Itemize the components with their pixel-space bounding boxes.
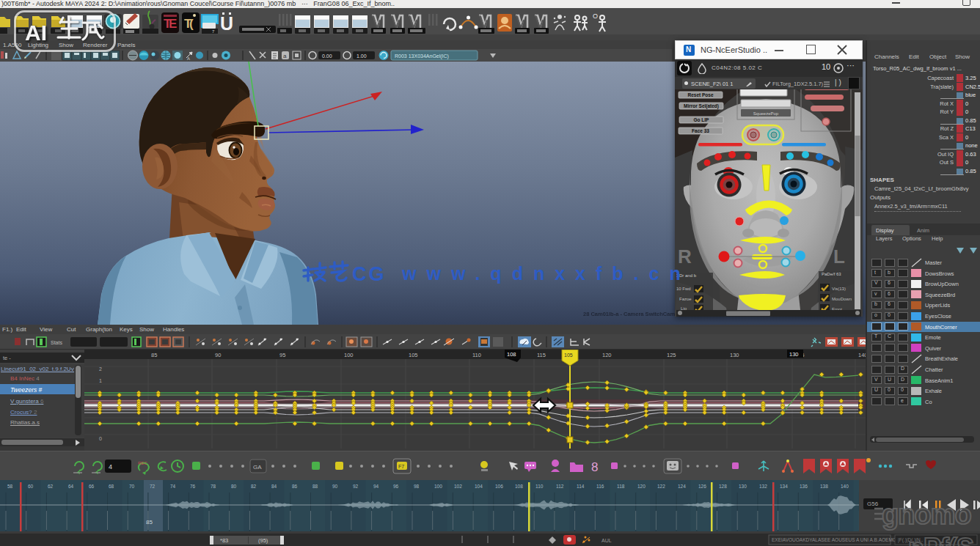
svg-text:140: 140 [858, 352, 866, 358]
svg-text:www.qdnxxfb.cn: www.qdnxxfb.cn [401, 263, 691, 284]
svg-text:100: 100 [434, 484, 442, 489]
svg-text:60: 60 [28, 484, 34, 489]
svg-text:78: 78 [211, 484, 216, 489]
svg-text:28 Cam01lb-a - Camera SwitchCa: 28 Cam01lb-a - Camera SwitchCam [583, 311, 675, 317]
svg-text:1: 1 [99, 378, 102, 383]
svg-text:86: 86 [292, 484, 298, 489]
svg-text:AI: AI [25, 21, 47, 45]
svg-text:Fazoe: Fazoe [679, 297, 692, 301]
svg-text:1.00: 1.00 [356, 54, 367, 59]
svg-text:85: 85 [146, 519, 153, 525]
svg-text:105: 105 [409, 352, 418, 358]
svg-text:116: 116 [596, 484, 604, 489]
svg-text:F7: F7 [398, 464, 404, 469]
svg-text:85: 85 [151, 352, 157, 358]
svg-text:80: 80 [231, 484, 237, 489]
svg-text:90: 90 [332, 484, 338, 489]
svg-text:Stats: Stats [51, 340, 62, 345]
svg-text:134: 134 [780, 484, 788, 489]
svg-text:2: 2 [99, 366, 102, 372]
svg-text:92: 92 [353, 484, 359, 489]
svg-text:90: 90 [215, 352, 221, 358]
svg-text:108: 108 [507, 351, 516, 358]
svg-text:GA: GA [253, 464, 262, 471]
svg-text:104: 104 [475, 484, 483, 489]
svg-text:110: 110 [535, 484, 544, 489]
svg-text:MouDown: MouDown [832, 297, 852, 301]
svg-text:76: 76 [190, 484, 196, 489]
svg-text:122: 122 [657, 484, 665, 489]
svg-text:0.00: 0.00 [322, 54, 332, 59]
svg-text:a: a [283, 53, 287, 59]
svg-text:100: 100 [344, 352, 354, 358]
svg-text:SqueezePop: SqueezePop [753, 111, 779, 116]
svg-text:84: 84 [271, 484, 277, 489]
svg-text:(: ( [189, 17, 194, 31]
svg-text:130: 130 [730, 352, 739, 358]
svg-text:A: A [187, 56, 190, 61]
svg-text:126: 126 [698, 484, 706, 489]
svg-text:112: 112 [556, 484, 564, 489]
svg-text:Reset Pose: Reset Pose [687, 92, 713, 97]
svg-text:138: 138 [820, 484, 828, 489]
svg-text:68: 68 [109, 484, 114, 489]
svg-text:102: 102 [454, 484, 462, 489]
svg-text:105: 105 [564, 353, 573, 358]
svg-text:70: 70 [129, 484, 135, 489]
svg-text:82: 82 [251, 484, 257, 489]
svg-text:124: 124 [678, 484, 686, 489]
svg-text:132: 132 [759, 484, 767, 489]
svg-text:E: E [169, 17, 177, 31]
svg-text:118: 118 [617, 484, 625, 489]
svg-text:130: 130 [789, 351, 799, 358]
svg-text:58: 58 [7, 484, 13, 489]
svg-text:64: 64 [68, 484, 74, 489]
svg-text:136: 136 [800, 484, 808, 489]
svg-text:66: 66 [89, 484, 95, 489]
svg-text:O: O [593, 12, 598, 20]
svg-text:140: 140 [841, 484, 849, 489]
svg-text:120: 120 [637, 484, 646, 489]
svg-text:10 Fwd: 10 Fwd [676, 287, 691, 291]
svg-text:72: 72 [150, 484, 156, 489]
svg-text:96: 96 [393, 484, 399, 489]
svg-text:128: 128 [719, 484, 727, 489]
svg-text:95: 95 [279, 352, 285, 358]
svg-text:114: 114 [577, 484, 585, 489]
svg-text:130: 130 [739, 484, 747, 489]
svg-text:120: 120 [602, 352, 612, 358]
svg-text:125: 125 [667, 352, 676, 358]
svg-text:Face 33: Face 33 [692, 128, 709, 133]
svg-text:108: 108 [515, 484, 523, 489]
svg-text:PaDe/f 63: PaDe/f 63 [822, 272, 841, 276]
svg-text:62: 62 [48, 484, 54, 489]
svg-text:4: 4 [109, 463, 112, 471]
svg-text:L: L [833, 246, 845, 268]
svg-text:CG: CG [352, 263, 387, 285]
svg-text:74: 74 [170, 484, 176, 489]
svg-text:U: U [220, 13, 233, 34]
svg-text:88: 88 [312, 484, 318, 489]
svg-text:110: 110 [472, 352, 481, 358]
svg-text:94: 94 [373, 484, 379, 489]
svg-text:98: 98 [414, 484, 420, 489]
svg-text:Vis(13): Vis(13) [832, 287, 846, 291]
svg-text:0: 0 [99, 436, 102, 441]
svg-text:AUL: AUL [601, 538, 612, 543]
svg-text:R003 13X034AnGel(IC): R003 13X034AnGel(IC) [395, 54, 449, 59]
svg-text:REC: REC [138, 461, 147, 465]
svg-text:Go LIP: Go LIP [694, 117, 710, 122]
svg-text:8: 8 [591, 460, 598, 474]
svg-text:106: 106 [495, 484, 503, 489]
svg-text:115: 115 [537, 352, 546, 358]
svg-text:Mirror Sel(ated): Mirror Sel(ated) [684, 103, 719, 109]
